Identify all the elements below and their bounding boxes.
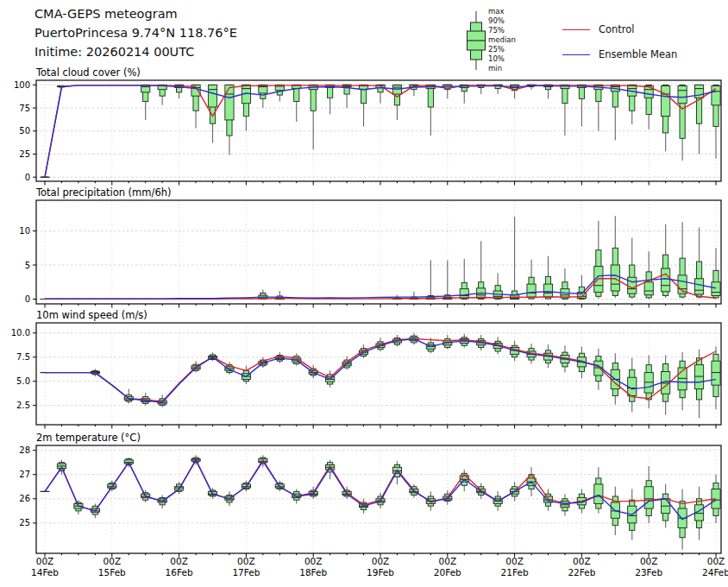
x-tick-day: 18Feb <box>299 567 327 578</box>
x-tick-hour: 00Z <box>640 556 658 566</box>
y-tick-label: 10 <box>19 226 30 236</box>
page-title: CMA-GEPS meteogram <box>35 7 178 21</box>
y-tick-label: 7.5 <box>16 352 30 362</box>
y-tick-label: 2.5 <box>16 401 30 410</box>
y-tick-label: 27 <box>19 470 30 479</box>
x-tick-hour: 00Z <box>372 556 390 566</box>
y-tick-label: 5 <box>25 261 30 270</box>
legend-control-label: Control <box>599 23 635 35</box>
station-location: PuertoPrincesa 9.74°N 118.76°E <box>35 26 237 40</box>
legend-ensemble-mean-label: Ensemble Mean <box>599 48 677 60</box>
x-tick-hour: 00Z <box>104 556 122 566</box>
panel-title-cloud-cover: Total cloud cover (%) <box>36 66 141 79</box>
legend-label-min: min <box>488 64 502 73</box>
y-tick-label: 50 <box>19 126 30 136</box>
y-tick-label: 75 <box>19 104 30 113</box>
panel-wind-speed: 2.55.07.510.0 <box>11 323 721 429</box>
y-tick-label: 25 <box>19 518 30 527</box>
init-time: Initime: 20260214 00UTC <box>35 45 194 59</box>
legend-label-90: 90% <box>488 16 505 25</box>
legend-entry-control: Control <box>562 23 635 35</box>
x-tick-hour: 00Z <box>573 556 591 566</box>
legend-entry-ensemble-mean: Ensemble Mean <box>562 48 677 60</box>
y-tick-label: 10.0 <box>11 328 30 338</box>
panel-title-precipitation: Total precipitation (mm/6h) <box>36 186 171 199</box>
panel-temperature: 25262728 <box>19 445 721 558</box>
panel-title-wind-speed: 10m wind speed (m/s) <box>36 309 147 321</box>
x-tick-hour: 00Z <box>304 556 323 566</box>
y-tick-label: 100 <box>14 80 30 90</box>
x-tick-day: 23Feb <box>635 567 662 578</box>
panel-cloud-cover: 0255075100 <box>14 80 721 186</box>
x-tick-hour: 00Z <box>36 556 54 566</box>
x-tick-day: 22Feb <box>568 567 595 578</box>
x-tick-hour: 00Z <box>237 556 255 566</box>
x-tick-hour: 00Z <box>505 556 524 566</box>
ensemble-mean-line-swatch <box>562 54 590 55</box>
panel-precipitation: 0510 <box>19 200 721 308</box>
legend-label-25: 25% <box>488 45 505 54</box>
legend-box-glyph <box>468 11 486 70</box>
x-tick-hour: 00Z <box>170 556 188 566</box>
x-tick-day: 20Feb <box>434 567 461 578</box>
y-tick-label: 0 <box>25 294 30 304</box>
x-tick-day: 24Feb <box>702 567 728 578</box>
control-line-swatch <box>562 29 590 30</box>
panel-title-temperature: 2m temperature (°C) <box>36 432 141 444</box>
y-tick-label: 0 <box>25 173 30 182</box>
x-tick-day: 15Feb <box>98 567 126 578</box>
x-tick-day: 17Feb <box>232 567 260 578</box>
x-tick-hour: 00Z <box>439 556 457 566</box>
y-tick-label: 26 <box>19 494 30 503</box>
x-tick-day: 16Feb <box>166 567 193 578</box>
meteogram-chart: 025507510005102.55.07.510.02526272800Z14… <box>0 0 728 587</box>
x-tick-day: 14Feb <box>31 567 59 578</box>
y-tick-label: 25 <box>19 149 30 159</box>
legend-label-75: 75% <box>488 26 505 35</box>
legend-label-max: max <box>488 7 505 16</box>
x-axis-labels: 00Z14Feb00Z15Feb00Z16Feb00Z17Feb00Z18Feb… <box>31 556 728 578</box>
y-tick-label: 5.0 <box>16 376 30 386</box>
legend-label-10: 10% <box>488 54 505 63</box>
legend-label-median: median <box>488 35 516 44</box>
x-tick-day: 21Feb <box>501 567 529 578</box>
meteogram-page: 025507510005102.55.07.510.02526272800Z14… <box>0 0 728 587</box>
x-tick-day: 19Feb <box>367 567 394 578</box>
y-tick-label: 28 <box>19 445 30 455</box>
x-tick-hour: 00Z <box>707 556 725 566</box>
